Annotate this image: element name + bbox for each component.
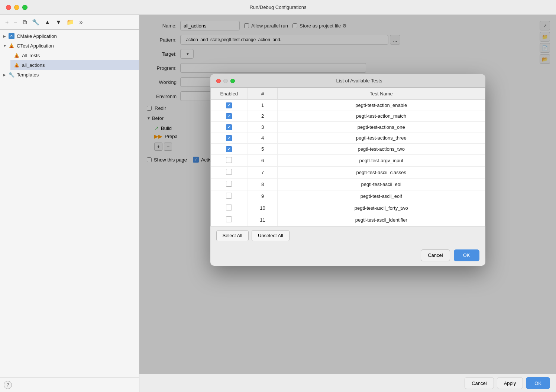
chevron-right-icon: ▶ (3, 34, 8, 38)
chevron-down-icon: ▼ (3, 44, 8, 48)
sidebar-item-ctest[interactable]: ▼ CTest Application (0, 41, 139, 50)
move-up-button[interactable]: ▲ (43, 18, 52, 26)
cancel-button[interactable]: Cancel (465, 377, 494, 389)
num-cell: 11 (248, 214, 278, 226)
name-cell: pegtl-test-argv_input (278, 154, 485, 166)
modal-title: List of Available Tests (239, 78, 479, 84)
copy-config-button[interactable]: ⧉ (21, 18, 28, 26)
title-bar: Run/Debug Configurations (0, 0, 556, 15)
table-row: 10pegtl-test-ascii_forty_two (211, 202, 485, 214)
num-cell: 1 (248, 100, 278, 111)
all-actions-label: all_actions (22, 62, 45, 68)
name-cell: pegtl-test-ascii_forty_two (278, 202, 485, 214)
modal-maximize-button[interactable] (230, 79, 235, 83)
unchecked-checkbox[interactable] (226, 193, 232, 199)
templates-icon: 🔧 (8, 71, 15, 78)
test-table: Enabled # Test Name 1pegtl-test-action_e… (211, 88, 485, 226)
folder-button[interactable]: 📁 (65, 18, 75, 26)
checked-checkbox[interactable] (226, 113, 232, 119)
wrench-button[interactable]: 🔧 (30, 18, 41, 26)
all-tests-label: All Tests (22, 53, 40, 58)
window-title: Run/Debug Configurations (249, 4, 306, 10)
sidebar: + − ⧉ 🔧 ▲ ▼ 📁 » ▶ C CMake Application ▼ (0, 15, 139, 392)
checked-checkbox[interactable] (226, 135, 232, 141)
checked-checkbox[interactable] (226, 124, 232, 130)
table-row: 4pegtl-test-actions_three (211, 133, 485, 144)
checked-checkbox[interactable] (226, 146, 232, 152)
modal-overlay: List of Available Tests Enabled # Test N… (139, 15, 556, 374)
help-button[interactable]: ? (4, 381, 12, 389)
modal-dialog: List of Available Tests Enabled # Test N… (210, 74, 485, 266)
name-cell: pegtl-test-action_match (278, 111, 485, 122)
enabled-cell[interactable] (211, 111, 248, 122)
enabled-cell[interactable] (211, 100, 248, 111)
modal-minimize-button[interactable] (223, 79, 228, 83)
unchecked-checkbox[interactable] (226, 216, 232, 222)
table-header-row: Enabled # Test Name (211, 88, 485, 100)
bottom-buttons: Cancel Apply OK (465, 377, 550, 389)
modal-close-button[interactable] (216, 79, 221, 83)
sidebar-item-templates[interactable]: ▶ 🔧 Templates (0, 70, 139, 79)
minimize-button[interactable] (14, 5, 19, 10)
bottom-toolbar: Cancel Apply OK (139, 374, 556, 392)
name-cell: pegtl-test-ascii_classes (278, 166, 485, 178)
unchecked-checkbox[interactable] (226, 157, 232, 163)
ctest-children: All Tests all_actions (0, 50, 139, 70)
modal-titlebar: List of Available Tests (210, 74, 485, 88)
modal-cancel-button[interactable]: Cancel (421, 249, 450, 261)
all-tests-icon (13, 52, 20, 59)
checked-checkbox[interactable] (226, 102, 232, 108)
table-row: 5pegtl-test-actions_two (211, 144, 485, 155)
modal-ok-button[interactable]: OK (454, 249, 479, 261)
enabled-cell[interactable] (211, 178, 248, 190)
table-row: 6pegtl-test-argv_input (211, 154, 485, 166)
num-header: # (248, 88, 278, 100)
unchecked-checkbox[interactable] (226, 181, 232, 187)
table-row: 2pegtl-test-action_match (211, 111, 485, 122)
num-cell: 3 (248, 122, 278, 133)
name-cell: pegtl-test-actions_one (278, 122, 485, 133)
name-cell: pegtl-test-actions_two (278, 144, 485, 155)
sidebar-item-all-actions[interactable]: all_actions (10, 60, 139, 70)
name-cell: pegtl-test-ascii_identifier (278, 214, 485, 226)
all-actions-icon (13, 62, 20, 68)
maximize-button[interactable] (22, 5, 28, 10)
enabled-cell[interactable] (211, 144, 248, 155)
enabled-cell[interactable] (211, 154, 248, 166)
num-cell: 7 (248, 166, 278, 178)
sidebar-item-cmake[interactable]: ▶ C CMake Application (0, 31, 139, 41)
num-cell: 5 (248, 144, 278, 155)
name-cell: pegtl-test-actions_three (278, 133, 485, 144)
name-cell: pegtl-test-action_enable (278, 100, 485, 111)
move-down-button[interactable]: ▼ (54, 18, 63, 26)
unchecked-checkbox[interactable] (226, 169, 232, 175)
table-row: 9pegtl-test-ascii_eolf (211, 190, 485, 202)
ok-button[interactable]: OK (526, 377, 550, 389)
num-cell: 6 (248, 154, 278, 166)
cmake-label: CMake Application (17, 33, 57, 39)
add-config-button[interactable]: + (4, 18, 10, 26)
num-cell: 4 (248, 133, 278, 144)
sidebar-item-all-tests[interactable]: All Tests (10, 50, 139, 60)
close-button[interactable] (6, 5, 11, 10)
enabled-cell[interactable] (211, 133, 248, 144)
unchecked-checkbox[interactable] (226, 205, 232, 210)
table-row: 3pegtl-test-actions_one (211, 122, 485, 133)
num-cell: 2 (248, 111, 278, 122)
templates-label: Templates (17, 72, 39, 78)
enabled-header: Enabled (211, 88, 248, 100)
sidebar-bottom: ? (0, 378, 139, 392)
more-button[interactable]: » (78, 18, 84, 26)
enabled-cell[interactable] (211, 214, 248, 226)
num-cell: 8 (248, 178, 278, 190)
form-area: Name: Allow parallel run Store as projec… (139, 15, 556, 374)
unselect-all-button[interactable]: Unselect All (252, 230, 290, 241)
enabled-cell[interactable] (211, 122, 248, 133)
select-all-button[interactable]: Select All (216, 230, 249, 241)
test-table-scroll[interactable]: Enabled # Test Name 1pegtl-test-action_e… (210, 88, 485, 226)
enabled-cell[interactable] (211, 190, 248, 202)
enabled-cell[interactable] (211, 202, 248, 214)
apply-button[interactable]: Apply (497, 377, 523, 389)
enabled-cell[interactable] (211, 166, 248, 178)
remove-config-button[interactable]: − (12, 18, 19, 26)
